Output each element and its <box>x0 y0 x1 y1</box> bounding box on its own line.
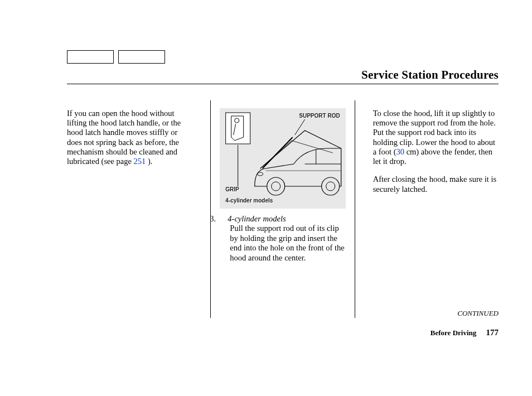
manual-page: Service Station Procedures If you can op… <box>0 0 532 396</box>
nav-box-2[interactable] <box>118 50 165 64</box>
label-support-rod: SUPPORT ROD <box>299 113 340 119</box>
nav-box-1[interactable] <box>67 50 114 64</box>
col3-para2: After closing the hood, make sure it is … <box>373 175 499 194</box>
svg-point-8 <box>322 177 340 195</box>
page-link-251[interactable]: 251 <box>134 157 146 166</box>
column-3: To close the hood, lift it up slightly t… <box>369 100 499 318</box>
hood-diagram: SUPPORT ROD GRIP 4-cylinder models <box>220 108 345 209</box>
step-number: 3. <box>220 214 228 224</box>
step-3: 3.4-cylinder models <box>220 214 345 224</box>
svg-line-4 <box>295 119 305 135</box>
continued-label: CONTINUED <box>457 309 499 318</box>
diagram-caption: 4-cylinder models <box>225 197 273 204</box>
link-30cm[interactable]: 30 <box>396 147 405 156</box>
page-footer: Before Driving 177 <box>431 328 499 337</box>
col1-paragraph: If you can open the hood without lifting… <box>67 109 192 167</box>
svg-point-11 <box>258 172 263 176</box>
svg-line-3 <box>263 137 293 168</box>
col3-para1: To close the hood, lift it up slightly t… <box>373 109 499 167</box>
col1-text-post: ). <box>146 157 152 166</box>
column-2: SUPPORT ROD GRIP 4-cylinder models 3.4-c… <box>210 100 355 318</box>
column-1: If you can open the hood without lifting… <box>67 100 197 318</box>
footer-section: Before Driving <box>431 329 476 337</box>
label-grip: GRIP <box>225 186 239 193</box>
title-rule <box>67 84 499 84</box>
diagram-svg <box>220 108 345 209</box>
top-nav-boxes <box>67 50 165 64</box>
step-subtitle: 4-cylinder models <box>228 214 286 223</box>
step-body: Pull the support rod out of its clip by … <box>220 224 345 263</box>
col1-text-pre: If you can open the hood without lifting… <box>67 109 181 166</box>
svg-point-6 <box>267 177 285 195</box>
page-title: Service Station Procedures <box>67 68 499 82</box>
content-columns: If you can open the hood without lifting… <box>67 100 499 318</box>
footer-page-number: 177 <box>486 328 499 337</box>
